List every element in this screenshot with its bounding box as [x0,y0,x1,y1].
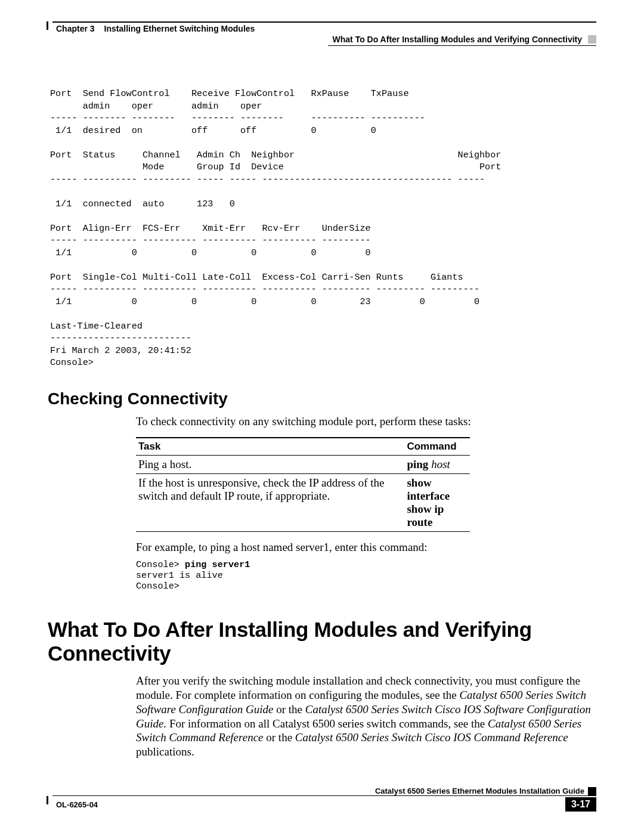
table-row: Ping a host. ping host [136,455,470,473]
header-left: Chapter 3 Installing Ethernet Switching … [56,24,255,33]
table-header-row: Task Command [136,438,470,456]
para: After you verify the switching module in… [136,674,596,760]
footer: Catalyst 6500 Series Ethernet Modules In… [48,786,596,812]
header-rule [52,21,596,23]
th-task: Task [136,438,404,456]
crop-mark-top [47,21,48,30]
task-command-table: Task Command Ping a host. ping host If t… [136,437,470,532]
footer-row2: OL-6265-04 3-17 [48,797,596,812]
cmd-line1: show interface [407,476,450,502]
ping-command: ping server1 [185,559,250,570]
td-task: If the host is unresponsive, check the I… [136,473,404,531]
intro-text: To check connectivity on any switching m… [136,414,596,429]
after-installing-paragraph: After you verify the switching module in… [136,674,596,760]
heading-checking-connectivity: Checking Connectivity [48,389,596,408]
header-right-row: What To Do After Installing Modules and … [48,35,596,44]
section-title: What To Do After Installing Modules and … [333,35,582,44]
example-intro: For example, to ping a host named server… [136,540,596,555]
t: or the [264,731,295,744]
cmd-arg: host [431,458,450,470]
td-command: ping host [404,455,470,473]
table-row: If the host is unresponsive, check the I… [136,473,470,531]
cli-output-block: Port Send FlowControl Receive FlowContro… [50,88,596,369]
example-intro-text: For example, to ping a host named server… [136,540,596,555]
ping-example: Console> ping server1 server1 is alive C… [136,559,596,592]
chapter-label: Chapter 3 [56,24,95,33]
crop-mark-bottom [47,796,48,804]
ref4: Catalyst 6500 Series Switch Cisco IOS Co… [295,731,568,744]
header-subrule [328,45,596,46]
t: or the [273,703,305,716]
th-command: Command [404,438,470,456]
heading-after-installing: What To Do After Installing Modules and … [48,618,596,665]
cmd-line2: show ip route [407,503,444,528]
section-marker-icon [588,35,596,44]
td-task: Ping a host. [136,455,404,473]
td-command: show interface show ip route [404,473,470,531]
t: publications. [136,745,194,758]
t: For information on all Catalyst 6500 ser… [166,717,488,730]
page: Chapter 3 Installing Ethernet Switching … [0,0,644,833]
doc-number: OL-6265-04 [48,800,98,809]
page-number: 3-17 [565,797,596,812]
running-header: Chapter 3 Installing Ethernet Switching … [48,24,596,33]
footer-row1: Catalyst 6500 Series Ethernet Modules In… [48,786,596,795]
footer-marker-icon [588,787,596,795]
ping-output: server1 is alive Console> [136,570,223,592]
cmd-bold: ping [407,458,428,470]
chapter-title: Installing Ethernet Switching Modules [104,24,255,33]
footer-guide-title: Catalyst 6500 Series Ethernet Modules In… [48,786,588,795]
ping-prefix: Console> [136,559,185,570]
footer-rule [52,795,596,796]
intro-paragraph: To check connectivity on any switching m… [136,414,596,429]
